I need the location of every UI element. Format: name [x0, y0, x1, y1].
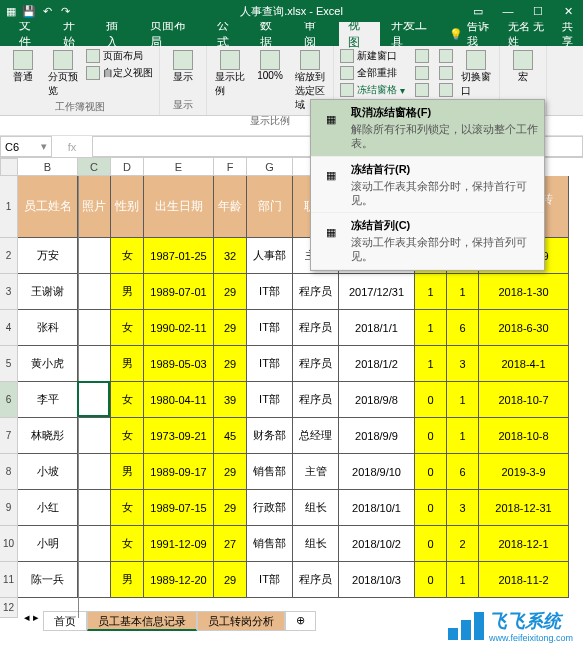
cell[interactable] — [78, 418, 111, 454]
hide-button[interactable] — [413, 65, 431, 81]
cell[interactable]: 女 — [111, 310, 144, 346]
cell[interactable]: 黄小虎 — [18, 346, 78, 382]
cell[interactable]: 0 — [415, 490, 447, 526]
cell[interactable]: 1987-01-25 — [144, 238, 214, 274]
cell[interactable]: 0 — [415, 418, 447, 454]
macro-button[interactable]: 宏 — [504, 48, 542, 86]
cell[interactable] — [78, 310, 111, 346]
cell[interactable] — [78, 382, 111, 418]
view-side-button[interactable] — [437, 48, 455, 64]
cell[interactable]: 2018-10-8 — [479, 418, 569, 454]
unfreeze-panes-item[interactable]: ▦ 取消冻结窗格(F) 解除所有行和列锁定，以滚动整个工作表。 — [311, 100, 544, 157]
cell[interactable]: 39 — [214, 382, 247, 418]
cell[interactable]: 2018/1/1 — [339, 310, 415, 346]
sheet-nav[interactable]: ◂ ▸ — [20, 611, 43, 631]
cell[interactable]: 财务部 — [247, 418, 293, 454]
cell[interactable]: 组长 — [293, 526, 339, 562]
cell[interactable]: 2018/10/1 — [339, 490, 415, 526]
cell[interactable]: 男 — [111, 274, 144, 310]
cell[interactable]: 2018-12-31 — [479, 490, 569, 526]
cell[interactable]: 1 — [447, 274, 479, 310]
custom-view-button[interactable]: 自定义视图 — [84, 65, 155, 81]
cell[interactable]: 组长 — [293, 490, 339, 526]
cell[interactable]: 小红 — [18, 490, 78, 526]
cell[interactable]: 29 — [214, 562, 247, 598]
cell[interactable]: 1980-04-11 — [144, 382, 214, 418]
cell[interactable]: 女 — [111, 382, 144, 418]
cell[interactable]: 张科 — [18, 310, 78, 346]
reset-pos-button[interactable] — [437, 82, 455, 98]
cell[interactable]: 2018/10/3 — [339, 562, 415, 598]
cell[interactable]: 2018/9/8 — [339, 382, 415, 418]
select-all[interactable] — [0, 158, 18, 176]
cell[interactable]: 1 — [415, 274, 447, 310]
cell[interactable] — [78, 562, 111, 598]
cell[interactable]: 2018-4-1 — [479, 346, 569, 382]
cell[interactable]: 6 — [447, 310, 479, 346]
cell[interactable]: 1989-09-17 — [144, 454, 214, 490]
cell[interactable]: 男 — [111, 346, 144, 382]
minimize-icon[interactable]: — — [493, 0, 523, 22]
cell[interactable] — [78, 490, 111, 526]
cell[interactable]: 2018/1/2 — [339, 346, 415, 382]
cell[interactable]: 1 — [415, 346, 447, 382]
show-button[interactable]: 显示 — [164, 48, 202, 86]
cell[interactable]: 李平 — [18, 382, 78, 418]
cell[interactable]: 小坡 — [18, 454, 78, 490]
cell[interactable]: IT部 — [247, 310, 293, 346]
row-header-10[interactable]: 10 — [0, 526, 18, 562]
cell[interactable]: 程序员 — [293, 382, 339, 418]
maximize-icon[interactable]: ☐ — [523, 0, 553, 22]
cell[interactable]: 万安 — [18, 238, 78, 274]
cell[interactable] — [78, 238, 111, 274]
cell[interactable]: 1989-05-03 — [144, 346, 214, 382]
fx-icon[interactable]: fx — [68, 141, 77, 153]
undo-icon[interactable]: ↶ — [40, 4, 54, 18]
redo-icon[interactable]: ↷ — [58, 4, 72, 18]
hundred-percent-button[interactable]: 100% — [251, 48, 289, 114]
cell[interactable]: 2017/12/31 — [339, 274, 415, 310]
cell[interactable]: IT部 — [247, 562, 293, 598]
cell[interactable]: 2018-1-30 — [479, 274, 569, 310]
col-header-B[interactable]: B — [18, 158, 78, 176]
row-header-7[interactable]: 7 — [0, 418, 18, 454]
cell[interactable]: IT部 — [247, 382, 293, 418]
freeze-panes-button[interactable]: 冻结窗格 ▾ — [338, 82, 407, 98]
close-icon[interactable]: ✕ — [553, 0, 583, 22]
row-header-2[interactable]: 2 — [0, 238, 18, 274]
col-header-D[interactable]: D — [111, 158, 144, 176]
save-icon[interactable]: 💾 — [22, 4, 36, 18]
cell[interactable] — [78, 274, 111, 310]
cell[interactable] — [78, 346, 111, 382]
cell[interactable]: 1989-07-01 — [144, 274, 214, 310]
row-header-3[interactable]: 3 — [0, 274, 18, 310]
cell[interactable]: 总经理 — [293, 418, 339, 454]
cell[interactable]: 1991-12-09 — [144, 526, 214, 562]
cell[interactable]: 2018-6-30 — [479, 310, 569, 346]
row-header-9[interactable]: 9 — [0, 490, 18, 526]
cell[interactable]: 男 — [111, 562, 144, 598]
cell[interactable]: 2 — [447, 526, 479, 562]
cell[interactable]: 3 — [447, 346, 479, 382]
cell[interactable]: 程序员 — [293, 310, 339, 346]
cell[interactable]: 29 — [214, 346, 247, 382]
cell[interactable]: 2018/9/10 — [339, 454, 415, 490]
cell[interactable]: 程序员 — [293, 346, 339, 382]
cell[interactable]: 0 — [415, 562, 447, 598]
new-window-button[interactable]: 新建窗口 — [338, 48, 407, 64]
cell[interactable]: 1973-09-21 — [144, 418, 214, 454]
cell[interactable]: 45 — [214, 418, 247, 454]
cell[interactable]: 林晓彤 — [18, 418, 78, 454]
cell[interactable]: 0 — [415, 454, 447, 490]
cell[interactable]: 1990-02-11 — [144, 310, 214, 346]
split-button[interactable] — [413, 48, 431, 64]
sync-scroll-button[interactable] — [437, 65, 455, 81]
cell[interactable]: 1 — [447, 382, 479, 418]
cell[interactable]: 销售部 — [247, 526, 293, 562]
add-sheet-button[interactable]: ⊕ — [285, 611, 316, 631]
page-break-button[interactable]: 分页预览 — [44, 48, 82, 100]
cell[interactable]: 主管 — [293, 454, 339, 490]
cell[interactable]: 陈一兵 — [18, 562, 78, 598]
cell[interactable]: 程序员 — [293, 562, 339, 598]
cell[interactable] — [78, 526, 111, 562]
